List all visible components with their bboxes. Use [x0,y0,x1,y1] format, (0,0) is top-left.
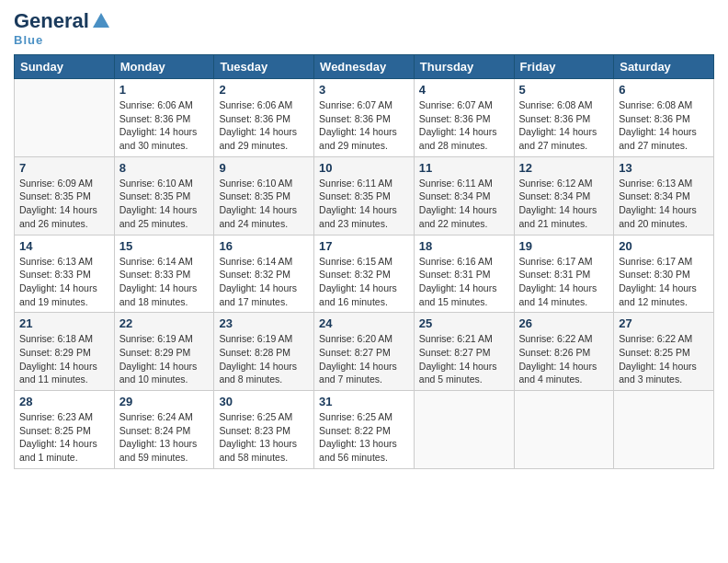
calendar-day-8: 8Sunrise: 6:10 AM Sunset: 8:35 PM Daylig… [114,156,214,235]
day-number: 10 [319,161,409,175]
day-info: Sunrise: 6:25 AM Sunset: 8:23 PM Dayligh… [219,410,309,465]
day-info: Sunrise: 6:08 AM Sunset: 8:36 PM Dayligh… [619,98,709,153]
logo: General Blue [14,9,111,47]
header-wednesday: Wednesday [314,55,415,79]
calendar-day-15: 15Sunrise: 6:14 AM Sunset: 8:33 PM Dayli… [114,235,214,313]
header-thursday: Thursday [414,55,514,79]
calendar-body: 1Sunrise: 6:06 AM Sunset: 8:36 PM Daylig… [15,79,714,469]
day-number: 7 [19,161,109,175]
calendar-day-29: 29Sunrise: 6:24 AM Sunset: 8:24 PM Dayli… [114,391,214,469]
calendar-day-empty [414,391,514,469]
day-info: Sunrise: 6:07 AM Sunset: 8:36 PM Dayligh… [319,98,409,153]
calendar-day-28: 28Sunrise: 6:23 AM Sunset: 8:25 PM Dayli… [15,391,115,469]
day-number: 30 [219,395,309,408]
header-saturday: Saturday [614,55,714,79]
day-info: Sunrise: 6:14 AM Sunset: 8:33 PM Dayligh… [119,255,210,309]
day-info: Sunrise: 6:10 AM Sunset: 8:35 PM Dayligh… [119,177,210,231]
calendar-week-3: 14Sunrise: 6:13 AM Sunset: 8:33 PM Dayli… [15,235,714,313]
day-info: Sunrise: 6:06 AM Sunset: 8:36 PM Dayligh… [119,98,210,153]
calendar-week-4: 21Sunrise: 6:18 AM Sunset: 8:29 PM Dayli… [15,313,714,391]
calendar-day-20: 20Sunrise: 6:17 AM Sunset: 8:30 PM Dayli… [614,235,714,313]
calendar-day-9: 9Sunrise: 6:10 AM Sunset: 8:35 PM Daylig… [214,156,314,235]
calendar-day-26: 26Sunrise: 6:22 AM Sunset: 8:26 PM Dayli… [514,313,614,391]
calendar-day-12: 12Sunrise: 6:12 AM Sunset: 8:34 PM Dayli… [514,156,614,235]
day-info: Sunrise: 6:11 AM Sunset: 8:34 PM Dayligh… [419,177,509,231]
day-info: Sunrise: 6:19 AM Sunset: 8:28 PM Dayligh… [219,332,309,386]
calendar-day-14: 14Sunrise: 6:13 AM Sunset: 8:33 PM Dayli… [15,235,115,313]
day-info: Sunrise: 6:19 AM Sunset: 8:29 PM Dayligh… [119,332,210,386]
day-number: 9 [219,161,309,175]
day-info: Sunrise: 6:13 AM Sunset: 8:33 PM Dayligh… [19,255,109,309]
day-number: 31 [319,395,409,408]
day-number: 16 [219,239,309,253]
day-number: 29 [119,395,210,408]
day-number: 23 [219,316,309,330]
calendar-day-13: 13Sunrise: 6:13 AM Sunset: 8:34 PM Dayli… [614,156,714,235]
calendar-header-row: SundayMondayTuesdayWednesdayThursdayFrid… [15,55,714,79]
calendar-day-3: 3Sunrise: 6:07 AM Sunset: 8:36 PM Daylig… [314,79,415,157]
day-info: Sunrise: 6:20 AM Sunset: 8:27 PM Dayligh… [319,332,409,386]
calendar-day-1: 1Sunrise: 6:06 AM Sunset: 8:36 PM Daylig… [114,79,214,157]
day-number: 12 [519,161,609,175]
day-number: 4 [419,83,509,97]
day-number: 21 [19,316,109,330]
calendar-day-18: 18Sunrise: 6:16 AM Sunset: 8:31 PM Dayli… [414,235,514,313]
day-number: 8 [119,161,210,175]
svg-marker-0 [93,13,109,28]
day-number: 14 [19,239,109,253]
header-sunday: Sunday [15,55,115,79]
day-info: Sunrise: 6:25 AM Sunset: 8:22 PM Dayligh… [319,410,409,465]
day-number: 22 [119,316,210,330]
calendar-day-31: 31Sunrise: 6:25 AM Sunset: 8:22 PM Dayli… [314,391,415,469]
day-number: 27 [619,316,709,330]
day-info: Sunrise: 6:08 AM Sunset: 8:36 PM Dayligh… [519,98,609,153]
day-number: 20 [619,239,709,253]
calendar-day-10: 10Sunrise: 6:11 AM Sunset: 8:35 PM Dayli… [314,156,415,235]
day-number: 18 [419,239,509,253]
day-number: 17 [319,239,409,253]
calendar-day-23: 23Sunrise: 6:19 AM Sunset: 8:28 PM Dayli… [214,313,314,391]
calendar-day-empty [15,79,115,157]
page-header: General Blue [14,9,714,47]
calendar-week-5: 28Sunrise: 6:23 AM Sunset: 8:25 PM Dayli… [15,391,714,469]
day-number: 26 [519,316,609,330]
day-number: 25 [419,316,509,330]
day-number: 6 [619,83,709,97]
calendar-day-24: 24Sunrise: 6:20 AM Sunset: 8:27 PM Dayli… [314,313,415,391]
calendar-day-21: 21Sunrise: 6:18 AM Sunset: 8:29 PM Dayli… [15,313,115,391]
calendar-day-4: 4Sunrise: 6:07 AM Sunset: 8:36 PM Daylig… [414,79,514,157]
calendar-day-30: 30Sunrise: 6:25 AM Sunset: 8:23 PM Dayli… [214,391,314,469]
day-info: Sunrise: 6:21 AM Sunset: 8:27 PM Dayligh… [419,332,509,386]
day-number: 2 [219,83,309,97]
day-info: Sunrise: 6:10 AM Sunset: 8:35 PM Dayligh… [219,177,309,231]
day-info: Sunrise: 6:22 AM Sunset: 8:26 PM Dayligh… [519,332,609,386]
day-number: 11 [419,161,509,175]
calendar-day-empty [614,391,714,469]
logo-icon [91,11,111,31]
day-info: Sunrise: 6:18 AM Sunset: 8:29 PM Dayligh… [19,332,109,386]
calendar-day-6: 6Sunrise: 6:08 AM Sunset: 8:36 PM Daylig… [614,79,714,157]
header-tuesday: Tuesday [214,55,314,79]
calendar-day-5: 5Sunrise: 6:08 AM Sunset: 8:36 PM Daylig… [514,79,614,157]
day-info: Sunrise: 6:17 AM Sunset: 8:30 PM Dayligh… [619,255,709,309]
day-info: Sunrise: 6:24 AM Sunset: 8:24 PM Dayligh… [119,410,210,465]
day-info: Sunrise: 6:09 AM Sunset: 8:35 PM Dayligh… [19,177,109,231]
calendar-week-1: 1Sunrise: 6:06 AM Sunset: 8:36 PM Daylig… [15,79,714,157]
calendar-week-2: 7Sunrise: 6:09 AM Sunset: 8:35 PM Daylig… [15,156,714,235]
day-info: Sunrise: 6:13 AM Sunset: 8:34 PM Dayligh… [619,177,709,231]
day-number: 13 [619,161,709,175]
day-info: Sunrise: 6:11 AM Sunset: 8:35 PM Dayligh… [319,177,409,231]
day-number: 15 [119,239,210,253]
calendar-day-22: 22Sunrise: 6:19 AM Sunset: 8:29 PM Dayli… [114,313,214,391]
calendar-day-16: 16Sunrise: 6:14 AM Sunset: 8:32 PM Dayli… [214,235,314,313]
logo-blue: Blue [14,33,43,47]
day-number: 5 [519,83,609,97]
day-info: Sunrise: 6:22 AM Sunset: 8:25 PM Dayligh… [619,332,709,386]
header-monday: Monday [114,55,214,79]
day-info: Sunrise: 6:07 AM Sunset: 8:36 PM Dayligh… [419,98,509,153]
calendar-day-19: 19Sunrise: 6:17 AM Sunset: 8:31 PM Dayli… [514,235,614,313]
day-number: 1 [119,83,210,97]
day-info: Sunrise: 6:17 AM Sunset: 8:31 PM Dayligh… [519,255,609,309]
calendar-day-25: 25Sunrise: 6:21 AM Sunset: 8:27 PM Dayli… [414,313,514,391]
day-number: 24 [319,316,409,330]
